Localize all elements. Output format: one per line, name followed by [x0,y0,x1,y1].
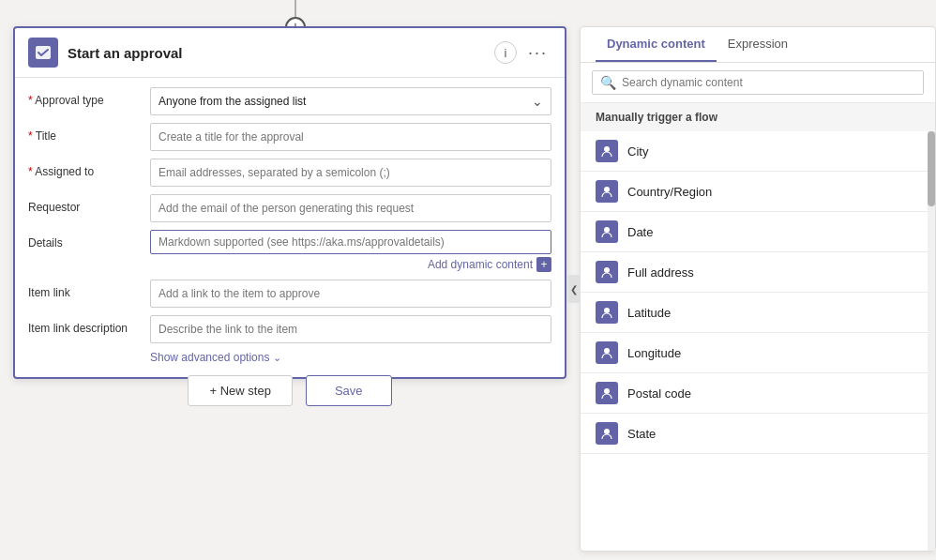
item-link-desc-label: Item link description [28,315,150,335]
search-icon: 🔍 [600,75,616,90]
list-item[interactable]: Country/Region [581,172,935,212]
svg-point-4 [604,267,610,273]
svg-point-3 [604,227,610,233]
item-label: City [627,144,648,159]
item-label: Date [627,225,653,239]
approval-type-row: Approval type Anyone from the assigned l… [28,87,551,115]
add-dynamic-content-button[interactable]: Add dynamic content + [428,257,551,272]
item-label: Postal code [627,386,691,401]
info-icon: i [505,46,507,60]
search-wrapper: 🔍 [592,70,924,95]
scrollbar-thumb[interactable] [928,131,935,206]
item-link-desc-input[interactable] [150,315,551,343]
item-icon [596,341,618,364]
card-body: Approval type Anyone from the assigned l… [15,78,565,377]
add-dynamic-content-row: Add dynamic content + [150,257,551,272]
panel-tabs: Dynamic content Expression [581,27,935,63]
item-icon [596,220,618,243]
details-label: Details [28,230,150,250]
item-icon [596,180,618,203]
panel-items-list: City Country/Region Date Full address [581,131,935,551]
list-item[interactable]: Full address [581,252,935,293]
save-button[interactable]: Save [306,375,392,406]
ellipsis-icon: ··· [528,43,548,62]
svg-point-6 [604,348,610,354]
assigned-to-input[interactable] [150,159,551,187]
panel-search-area: 🔍 [581,63,935,103]
add-dynamic-label: Add dynamic content [428,258,533,271]
list-item[interactable]: Longitude [581,333,935,373]
title-row: Title [28,123,551,151]
assigned-to-row: Assigned to [28,159,551,187]
approval-type-select[interactable]: Anyone from the assigned list ⌄ [150,87,551,115]
chevron-down-icon: ⌄ [532,94,543,109]
item-icon [596,140,618,162]
title-input[interactable] [150,123,551,151]
item-label: Full address [627,265,694,280]
connector-line [294,0,296,17]
item-label: Country/Region [627,185,712,199]
requestor-input[interactable] [150,194,551,222]
card-header: Start an approval i ··· [15,28,565,78]
item-icon [596,422,618,445]
start-approval-card: Start an approval i ··· Approval type An… [13,26,566,379]
svg-point-7 [604,388,610,394]
list-item[interactable]: State [581,414,935,454]
card-title: Start an approval [68,45,494,61]
requestor-label: Requestor [28,194,150,214]
item-label: State [627,427,656,441]
list-item[interactable]: City [581,131,935,172]
info-button[interactable]: i [494,41,517,64]
show-advanced-button[interactable]: Show advanced options ⌄ [150,351,551,364]
details-input[interactable] [150,230,551,254]
item-icon [596,382,618,404]
svg-point-5 [604,308,610,313]
item-label: Latitude [627,306,671,320]
svg-point-1 [604,146,610,152]
item-icon [596,261,618,283]
plus-box-icon: + [536,257,551,272]
more-options-button[interactable]: ··· [524,43,551,63]
requestor-row: Requestor [28,194,551,222]
assigned-to-label: Assigned to [28,159,150,178]
item-link-label: Item link [28,280,150,299]
chevron-down-icon: ⌄ [273,352,281,364]
panel-scrollbar[interactable] [928,131,935,551]
dynamic-content-panel: ❮ Dynamic content Expression 🔍 Manually … [580,26,936,552]
list-item[interactable]: Postal code [581,373,935,414]
approval-type-label: Approval type [28,87,150,107]
list-item[interactable]: Date [581,212,935,252]
show-advanced-label: Show advanced options [150,351,269,364]
bottom-actions: + New step Save [13,375,566,406]
list-item[interactable]: Latitude [581,293,935,333]
item-link-input[interactable] [150,280,551,308]
details-row: Details Add dynamic content + [28,230,551,272]
item-icon [596,301,618,324]
tab-dynamic-content[interactable]: Dynamic content [596,27,717,62]
collapse-panel-button[interactable]: ❮ [567,275,581,303]
search-input[interactable] [622,76,915,89]
tab-expression[interactable]: Expression [717,27,799,62]
panel-section-header: Manually trigger a flow [581,103,935,131]
card-icon [28,38,58,68]
svg-point-8 [604,429,610,434]
title-label: Title [28,123,150,143]
item-label: Longitude [627,346,681,360]
new-step-button[interactable]: + New step [188,375,292,406]
item-link-row: Item link [28,280,551,308]
details-wrapper: Add dynamic content + [150,230,551,272]
item-link-desc-row: Item link description [28,315,551,343]
svg-point-2 [604,187,610,192]
